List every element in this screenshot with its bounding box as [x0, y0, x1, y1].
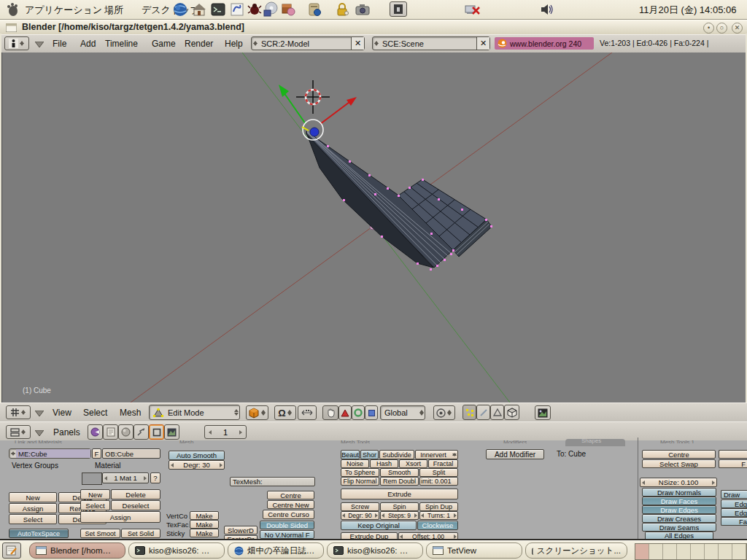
hash-button[interactable]: Hash: [370, 459, 398, 468]
degr-stepper[interactable]: Degr: 30: [169, 460, 225, 470]
context-logic-button[interactable]: [88, 424, 103, 440]
menu-applications[interactable]: アプリケーション: [25, 4, 102, 17]
steps-stepper[interactable]: Steps: 9: [380, 511, 419, 520]
material-assign-button[interactable]: Assign: [80, 511, 160, 523]
menu-game[interactable]: Game: [152, 39, 176, 49]
draw-creases-toggle[interactable]: Draw Creases: [642, 514, 716, 523]
screw-button[interactable]: Screw: [341, 502, 379, 511]
bug-report-icon[interactable]: [247, 1, 263, 18]
context-scene-button[interactable]: [164, 424, 179, 440]
menu-mesh[interactable]: Mesh: [120, 408, 141, 418]
noise-button[interactable]: Noise: [341, 459, 369, 468]
draw-seams-toggle[interactable]: Draw Seams: [642, 523, 716, 532]
smooth-button[interactable]: Smooth: [380, 468, 419, 477]
context-shading-button[interactable]: [118, 424, 133, 440]
vertex-select-mode-button[interactable]: [462, 405, 476, 420]
face-area-toggle-cut[interactable]: Fa: [721, 517, 747, 526]
editor-type-info-button[interactable]: [4, 36, 29, 50]
task-blender[interactable]: Blender [/hom…: [29, 542, 125, 559]
panel-title-link-materials[interactable]: Link and Materials: [15, 438, 62, 443]
manipulator-hand-button[interactable]: [322, 405, 338, 420]
scene-selector[interactable]: SCE:Scene ✕: [372, 36, 490, 50]
mode-dropdown[interactable]: Edit Mode: [149, 405, 240, 420]
package-installer-icon[interactable]: [280, 1, 296, 18]
cd-writer-icon[interactable]: [263, 1, 279, 18]
collapse-triangle-icon[interactable]: [35, 42, 44, 47]
short-toggle[interactable]: Shor: [360, 450, 379, 459]
task-screenshot[interactable]: スクリーンショット...: [525, 542, 627, 559]
camera-icon[interactable]: [355, 1, 371, 18]
material-delete-button[interactable]: Delete: [111, 489, 160, 499]
task-browser[interactable]: 畑中の卒論日誌…: [228, 542, 324, 559]
collapse-triangle-icon[interactable]: [35, 430, 44, 436]
context-object-button[interactable]: [133, 424, 149, 440]
centre-button-2[interactable]: Centre: [642, 450, 716, 459]
close-button[interactable]: ✕: [732, 23, 743, 34]
turns-stepper[interactable]: Turns: 1: [419, 511, 458, 520]
face-select-mode-button[interactable]: [490, 405, 504, 420]
extrude-button[interactable]: Extrude: [341, 489, 458, 499]
double-sided-toggle[interactable]: Double Sided: [260, 521, 314, 529]
add-modifier-button[interactable]: Add Modifier: [486, 449, 544, 459]
xsort-button[interactable]: Xsort: [399, 459, 427, 468]
workspace-4[interactable]: [677, 544, 691, 559]
material-index-stepper[interactable]: 1 Mat 1: [102, 472, 149, 483]
screen-selector[interactable]: SCR:2-Model ✕: [251, 36, 365, 50]
stepper-icon[interactable]: [373, 37, 379, 50]
nsize-stepper[interactable]: NSize: 0.100: [640, 478, 717, 487]
network-offline-icon[interactable]: [464, 3, 480, 19]
sticky-make-button[interactable]: Make: [190, 529, 219, 537]
clockwise-toggle[interactable]: Clockwise: [417, 521, 458, 530]
menu-file[interactable]: File: [53, 39, 66, 49]
select-swap-button[interactable]: Select Swap: [642, 459, 716, 468]
menu-render[interactable]: Render: [185, 39, 213, 49]
page-stepper[interactable]: 1: [204, 425, 247, 439]
texmesh-field[interactable]: TexMesh:: [230, 477, 315, 486]
workspace-8[interactable]: [732, 544, 746, 559]
beauty-toggle[interactable]: Beaut: [341, 450, 360, 459]
home-icon[interactable]: [191, 1, 207, 18]
no-vnormal-flip-toggle[interactable]: No V.Normal F: [260, 530, 314, 539]
window-titlebar[interactable]: Blender [/home/kiso/targz/tetgen1.4.2/ya…: [0, 20, 747, 35]
keyring-lock-icon[interactable]: [334, 1, 350, 18]
reveal-button-cut[interactable]: F: [719, 459, 747, 468]
panel-title-modifiers[interactable]: Modifiers: [503, 438, 527, 443]
task-terminal-1[interactable]: kiso@kiso26: …: [128, 542, 225, 559]
draw-app-icon[interactable]: [229, 1, 245, 18]
hide-button-cut[interactable]: [719, 450, 747, 459]
edge-length-toggle-cut[interactable]: Edg: [721, 499, 747, 508]
file-manager-icon[interactable]: [306, 1, 322, 18]
render-preview-button[interactable]: [535, 405, 551, 420]
fake-user-button[interactable]: F: [92, 448, 101, 459]
manipulator-translate-button[interactable]: [338, 405, 352, 420]
workspace-2[interactable]: [649, 544, 663, 559]
to-sphere-button[interactable]: To Sphere: [341, 468, 379, 477]
auto-smooth-toggle[interactable]: Auto Smooth: [169, 451, 225, 460]
rem-doubles-button[interactable]: Rem Doubl: [380, 477, 419, 486]
draw-edges-toggle[interactable]: Draw Edges: [642, 505, 716, 514]
menu-select[interactable]: Select: [83, 408, 107, 418]
vgroup-assign-button[interactable]: Assign: [9, 503, 57, 513]
set-solid-button[interactable]: Set Solid: [121, 529, 160, 538]
spin-dup-button[interactable]: Spin Dup: [419, 502, 458, 511]
3d-viewport[interactable]: (1) Cube: [1, 52, 747, 402]
workspace-6[interactable]: [705, 544, 719, 559]
autotexspace-toggle[interactable]: AutoTexSpace: [9, 529, 69, 538]
orientation-dropdown[interactable]: Global: [380, 405, 425, 420]
collapse-triangle-icon[interactable]: [35, 411, 44, 416]
material-select-button[interactable]: Select: [80, 500, 110, 510]
centre-button[interactable]: Centre: [267, 491, 314, 499]
centre-cursor-button[interactable]: Centre Curso: [263, 510, 314, 519]
scene-close-icon[interactable]: ✕: [476, 37, 489, 50]
context-script-button[interactable]: [103, 424, 118, 440]
applet-button[interactable]: [390, 1, 407, 17]
material-help-button[interactable]: ?: [150, 472, 160, 483]
context-editing-button[interactable]: [149, 424, 164, 440]
pivot-dropdown[interactable]: Ω: [274, 405, 296, 420]
maximize-button[interactable]: ○: [716, 23, 727, 34]
all-edges-toggle[interactable]: All Edges: [645, 532, 713, 539]
tab-shapes[interactable]: Shapes: [565, 439, 625, 446]
workspace-3[interactable]: [663, 544, 677, 559]
flip-normal-button[interactable]: Flip Normal: [341, 477, 379, 486]
occlude-geometry-button[interactable]: [504, 405, 519, 420]
